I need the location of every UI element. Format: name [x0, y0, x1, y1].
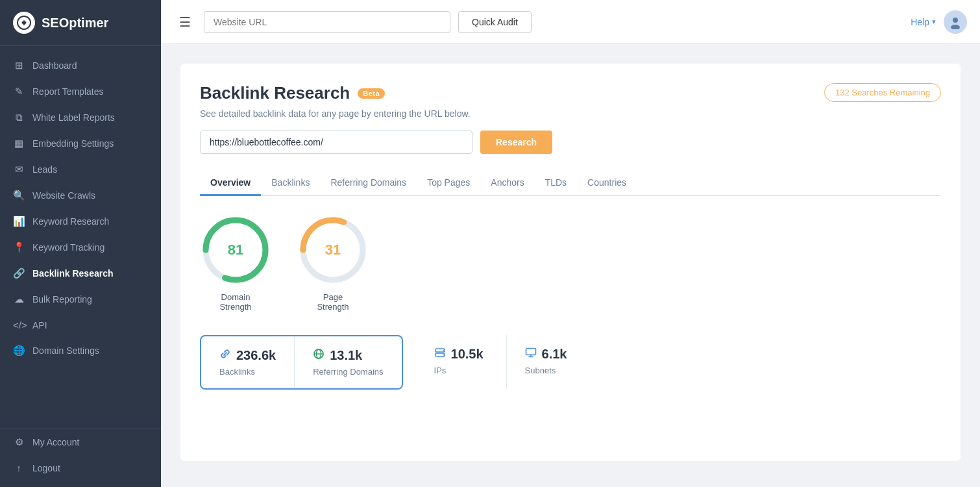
tab-overview[interactable]: Overview: [200, 171, 261, 196]
user-avatar[interactable]: [944, 10, 967, 34]
leads-icon: ✉: [13, 164, 25, 175]
tab-backlinks[interactable]: Backlinks: [261, 171, 320, 196]
page-title: Backlink Research: [200, 83, 350, 103]
logo-text: SEOptimer: [42, 16, 108, 31]
stat-ips-label: IPs: [434, 366, 488, 375]
keyword-research-icon: 📊: [13, 216, 25, 227]
stat-backlinks-value: 236.6k: [236, 348, 276, 363]
tab-countries[interactable]: Countries: [577, 171, 637, 196]
stats-outer: 236.6k Backlinks: [200, 335, 941, 390]
quick-audit-button[interactable]: Quick Audit: [458, 11, 532, 33]
page-strength-label: Page Strength: [317, 292, 349, 312]
page-header: Backlink Research Beta 132 Searches Rema…: [200, 83, 941, 103]
sidebar-label-keyword-research: Keyword Research: [32, 216, 109, 227]
white-label-icon: ⧉: [13, 112, 25, 123]
stat-referring-label: Referring Domains: [313, 367, 383, 377]
domain-strength-value: 81: [228, 242, 243, 258]
sidebar-item-api[interactable]: </> API: [0, 312, 161, 338]
stat-subnets-label: Subnets: [525, 366, 580, 375]
search-bar-row: Research: [200, 131, 941, 154]
report-templates-icon: ✎: [13, 86, 25, 97]
tab-top-pages[interactable]: Top Pages: [417, 171, 480, 196]
api-icon: </>: [13, 319, 25, 331]
research-button[interactable]: Research: [480, 131, 552, 154]
tab-tlds[interactable]: TLDs: [535, 171, 577, 196]
tab-anchors[interactable]: Anchors: [480, 171, 534, 196]
sidebar-item-embedding[interactable]: ▦ Embedding Settings: [0, 131, 161, 156]
domain-strength-label: Domain Strength: [219, 292, 251, 312]
sidebar-label-leads: Leads: [32, 164, 57, 175]
content-card: Backlink Research Beta 132 Searches Rema…: [180, 64, 961, 461]
my-account-icon: ⚙: [13, 436, 25, 448]
charts-row: 81 Domain Strength 31: [200, 214, 941, 312]
sidebar-item-white-label[interactable]: ⧉ White Label Reports: [0, 105, 161, 131]
logo-icon: [13, 12, 35, 34]
stat-referring-domains[interactable]: 13.1k Referring Domains: [295, 336, 401, 388]
page-strength-value: 31: [325, 242, 341, 258]
sidebar-label-white-label: White Label Reports: [32, 112, 115, 123]
svg-point-12: [443, 355, 444, 356]
stat-ips-value: 10.5k: [451, 347, 484, 362]
sidebar-item-leads[interactable]: ✉ Leads: [0, 156, 161, 182]
sidebar-item-logout[interactable]: ↑ Logout: [0, 455, 161, 481]
sidebar-item-website-crawls[interactable]: 🔍 Website Crawls: [0, 182, 161, 208]
domain-settings-icon: 🌐: [13, 345, 25, 356]
embedding-icon: ▦: [13, 138, 25, 149]
sidebar-item-dashboard[interactable]: ⊞ Dashboard: [0, 53, 161, 79]
sidebar-label-embedding: Embedding Settings: [32, 138, 114, 149]
domain-strength-chart: 81 Domain Strength: [200, 214, 271, 312]
sidebar-label-domain-settings: Domain Settings: [32, 345, 99, 356]
sidebar-label-logout: Logout: [32, 463, 60, 473]
backlink-research-icon: 🔗: [13, 268, 25, 279]
sidebar-label-report-templates: Report Templates: [32, 86, 103, 97]
stat-referring-icon-val: 13.1k: [313, 348, 362, 363]
page-strength-chart: 31 Page Strength: [297, 214, 369, 312]
svg-rect-13: [526, 349, 535, 355]
stat-subnets-icon-val: 6.1k: [525, 347, 580, 362]
help-label: Help: [911, 17, 929, 27]
sidebar-logo: SEOptimer: [0, 0, 161, 46]
domain-strength-circle: 81: [200, 214, 271, 286]
sidebar-item-my-account[interactable]: ⚙ My Account: [0, 429, 161, 455]
sidebar-label-api: API: [32, 320, 47, 331]
svg-point-1: [953, 18, 958, 23]
bulk-reporting-icon: ☁: [13, 293, 25, 305]
stat-ips[interactable]: 10.5k IPs: [416, 335, 507, 390]
sidebar-item-keyword-tracking[interactable]: 📍 Keyword Tracking: [0, 234, 161, 260]
tab-referring-domains[interactable]: Referring Domains: [320, 171, 417, 196]
topbar: ☰ Quick Audit Help ▾: [161, 0, 980, 44]
sidebar-item-report-templates[interactable]: ✎ Report Templates: [0, 79, 161, 105]
help-chevron-icon: ▾: [932, 18, 936, 26]
keyword-tracking-icon: 📍: [13, 242, 25, 253]
stat-referring-value: 13.1k: [330, 348, 362, 363]
stat-backlinks-label: Backlinks: [219, 367, 255, 377]
beta-badge: Beta: [358, 88, 385, 99]
searches-remaining: 132 Searches Remaining: [824, 83, 941, 102]
page-subtitle: See detailed backlink data for any page …: [200, 108, 941, 119]
sidebar-item-bulk-reporting[interactable]: ☁ Bulk Reporting: [0, 286, 161, 312]
stats-plain: 10.5k IPs 6.1k: [416, 335, 598, 390]
stat-subnets[interactable]: 6.1k Subnets: [507, 335, 598, 390]
sidebar-label-backlink-research: Backlink Research: [32, 268, 114, 279]
hamburger-button[interactable]: ☰: [174, 12, 196, 32]
help-button[interactable]: Help ▾: [911, 17, 936, 27]
website-url-input[interactable]: [204, 11, 450, 33]
sidebar-label-bulk-reporting: Bulk Reporting: [32, 294, 92, 305]
dashboard-icon: ⊞: [13, 60, 25, 71]
globe-icon: [313, 348, 325, 363]
sidebar-label-keyword-tracking: Keyword Tracking: [32, 242, 104, 253]
stat-subnets-value: 6.1k: [542, 347, 567, 362]
sidebar-item-keyword-research[interactable]: 📊 Keyword Research: [0, 208, 161, 234]
sidebar-label-website-crawls: Website Crawls: [32, 190, 95, 201]
url-research-input[interactable]: [200, 131, 472, 154]
stat-backlinks[interactable]: 236.6k Backlinks: [201, 336, 295, 388]
sidebar-item-backlink-research[interactable]: 🔗 Backlink Research: [0, 260, 161, 286]
tabs-row: Overview Backlinks Referring Domains Top…: [200, 171, 941, 196]
sidebar-item-domain-settings[interactable]: 🌐 Domain Settings: [0, 338, 161, 364]
main: ☰ Quick Audit Help ▾ Backlink Research B…: [161, 0, 980, 487]
website-crawls-icon: 🔍: [13, 190, 25, 201]
sidebar-bottom: ⚙ My Account ↑ Logout: [0, 429, 161, 487]
stat-ips-icon-val: 10.5k: [434, 347, 488, 362]
link-icon: [219, 348, 231, 363]
sidebar-label-my-account: My Account: [32, 437, 79, 447]
